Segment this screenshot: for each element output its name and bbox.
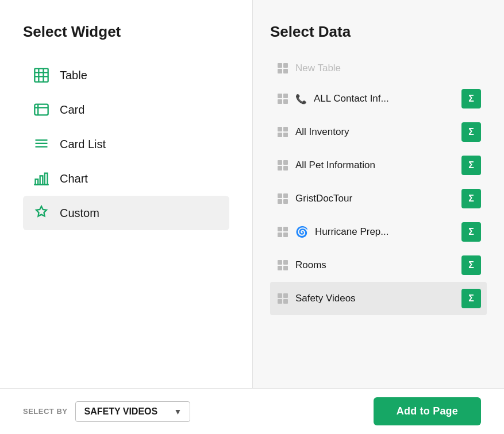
data-label-all-contact: ALL Contact Inf... (314, 93, 456, 104)
widget-label-table: Table (60, 69, 87, 82)
select-by-dropdown[interactable]: SAFETY VIDEOS ▼ (75, 401, 190, 422)
widget-item-chart[interactable]: Chart (23, 161, 229, 196)
emoji-hurricane-prep: 🌀 (295, 226, 308, 238)
data-label-all-inventory: All Inventory (295, 126, 456, 138)
grid-icon-new-table (276, 61, 290, 75)
svg-rect-11 (36, 179, 39, 184)
add-to-page-button[interactable]: Add to Page (374, 397, 481, 425)
data-label-safety-videos: Safety Videos (295, 293, 456, 304)
widget-item-card-list[interactable]: Card List (23, 127, 229, 161)
data-item-safety-videos[interactable]: Safety Videos Σ (270, 282, 487, 315)
svg-rect-0 (34, 68, 48, 82)
right-panel: Select Data New Table 📞 ALL Contact Inf.… (253, 0, 504, 388)
data-item-rooms[interactable]: Rooms Σ (270, 249, 487, 282)
custom-icon (32, 204, 51, 222)
chevron-down-icon: ▼ (174, 407, 182, 416)
select-widget-title: Select Widget (23, 23, 229, 41)
card-list-icon (32, 135, 51, 153)
grid-icon-gristdoctour (276, 192, 290, 206)
sigma-btn-safety-videos[interactable]: Σ (461, 289, 481, 308)
data-item-all-inventory[interactable]: All Inventory Σ (270, 115, 487, 149)
chart-icon (32, 169, 51, 188)
widget-label-custom: Custom (60, 207, 99, 220)
sigma-btn-rooms[interactable]: Σ (461, 255, 481, 275)
widget-item-card[interactable]: Card (23, 92, 229, 127)
grid-icon-all-inventory (276, 125, 290, 139)
grid-icon-all-pet (276, 158, 290, 172)
data-label-new-table: New Table (295, 63, 481, 74)
sigma-btn-gristdoctour[interactable]: Σ (461, 189, 481, 208)
select-by-group: SELECT BY SAFETY VIDEOS ▼ (23, 401, 190, 422)
data-item-all-pet[interactable]: All Pet Information Σ (270, 149, 487, 182)
data-label-hurricane-prep: Hurricane Prep... (315, 226, 456, 238)
svg-rect-5 (34, 104, 48, 115)
grid-icon-all-contact (276, 92, 290, 106)
select-by-label: SELECT BY (23, 407, 67, 416)
grid-icon-hurricane-prep (276, 225, 290, 239)
card-icon (32, 100, 51, 119)
sigma-btn-hurricane-prep[interactable]: Σ (461, 222, 481, 242)
widget-label-card-list: Card List (60, 138, 106, 151)
widget-item-table[interactable]: Table (23, 58, 229, 92)
sigma-btn-all-inventory[interactable]: Σ (461, 122, 481, 142)
svg-rect-12 (40, 176, 43, 184)
grid-icon-rooms (276, 258, 290, 272)
data-list: New Table 📞 ALL Contact Inf... Σ All Inv… (270, 55, 487, 377)
data-item-new-table[interactable]: New Table (270, 55, 487, 82)
data-item-gristdoctour[interactable]: GristDocTour Σ (270, 182, 487, 215)
data-label-gristdoctour: GristDocTour (295, 193, 456, 204)
data-item-hurricane-prep[interactable]: 🌀 Hurricane Prep... Σ (270, 215, 487, 249)
data-item-all-contact[interactable]: 📞 ALL Contact Inf... Σ (270, 82, 487, 115)
svg-rect-13 (45, 173, 48, 185)
sigma-btn-all-pet[interactable]: Σ (461, 156, 481, 175)
emoji-all-contact: 📞 (295, 94, 307, 104)
widget-label-chart: Chart (60, 172, 88, 185)
select-by-value: SAFETY VIDEOS (84, 406, 167, 417)
left-panel: Select Widget Table (0, 0, 253, 388)
grid-icon-safety-videos (276, 292, 290, 305)
bottom-bar: SELECT BY SAFETY VIDEOS ▼ Add to Page (0, 388, 504, 434)
data-label-all-pet: All Pet Information (295, 160, 456, 171)
table-icon (32, 66, 51, 84)
widget-label-card: Card (60, 103, 84, 117)
select-data-title: Select Data (270, 23, 487, 41)
widget-item-custom[interactable]: Custom (23, 196, 229, 230)
sigma-btn-all-contact[interactable]: Σ (461, 89, 481, 108)
widget-list: Table Card (23, 58, 229, 230)
data-label-rooms: Rooms (295, 259, 456, 271)
